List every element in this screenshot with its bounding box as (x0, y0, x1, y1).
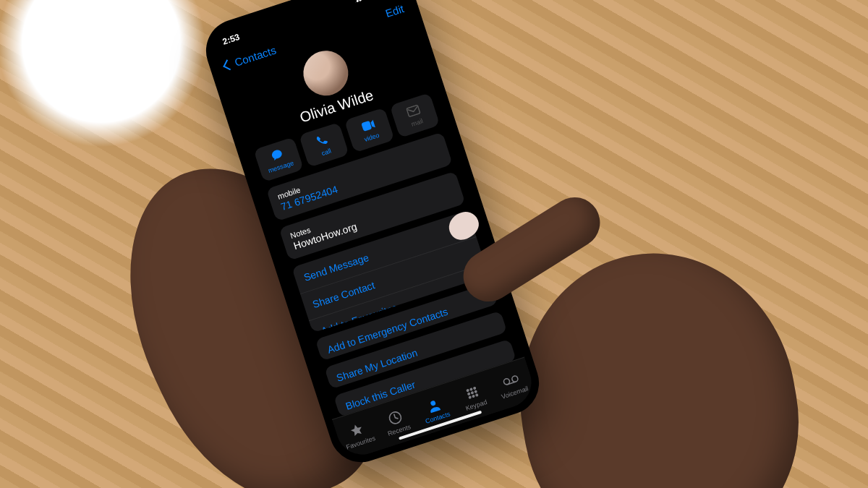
message-tile[interactable]: message (253, 137, 304, 182)
svg-point-3 (430, 400, 436, 406)
svg-rect-0 (361, 121, 372, 132)
svg-point-9 (474, 390, 477, 393)
svg-point-7 (467, 392, 471, 395)
mail-label: mail (410, 117, 424, 128)
edit-button[interactable]: Edit (383, 2, 405, 20)
svg-point-4 (466, 389, 469, 393)
svg-rect-1 (407, 105, 420, 116)
contact-avatar[interactable] (297, 45, 354, 101)
chevron-left-icon (223, 59, 234, 70)
svg-point-5 (469, 388, 473, 391)
video-label: video (363, 132, 380, 143)
message-label: message (267, 159, 294, 174)
photo-scene: 2:53 Contacts Edit Olivia W (0, 0, 868, 488)
video-tile[interactable]: video (344, 108, 395, 153)
mail-icon (405, 103, 422, 119)
phone-icon (315, 132, 331, 149)
status-time: 2:53 (221, 32, 241, 47)
svg-point-6 (473, 386, 477, 390)
svg-point-11 (472, 395, 475, 398)
call-label: call (320, 147, 332, 157)
call-tile[interactable]: call (299, 122, 349, 168)
svg-point-10 (468, 395, 472, 399)
svg-point-8 (470, 391, 474, 395)
video-icon (359, 117, 376, 134)
svg-point-12 (475, 393, 479, 397)
mail-tile: mail (390, 93, 441, 138)
message-icon (269, 147, 286, 163)
